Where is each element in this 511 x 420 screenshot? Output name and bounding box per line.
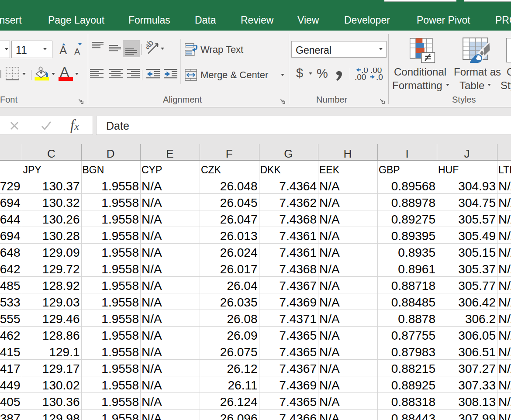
svg-text:.00: .00	[355, 72, 366, 80]
svg-text:ab: ab	[146, 41, 155, 51]
svg-text:.0: .0	[376, 72, 383, 80]
